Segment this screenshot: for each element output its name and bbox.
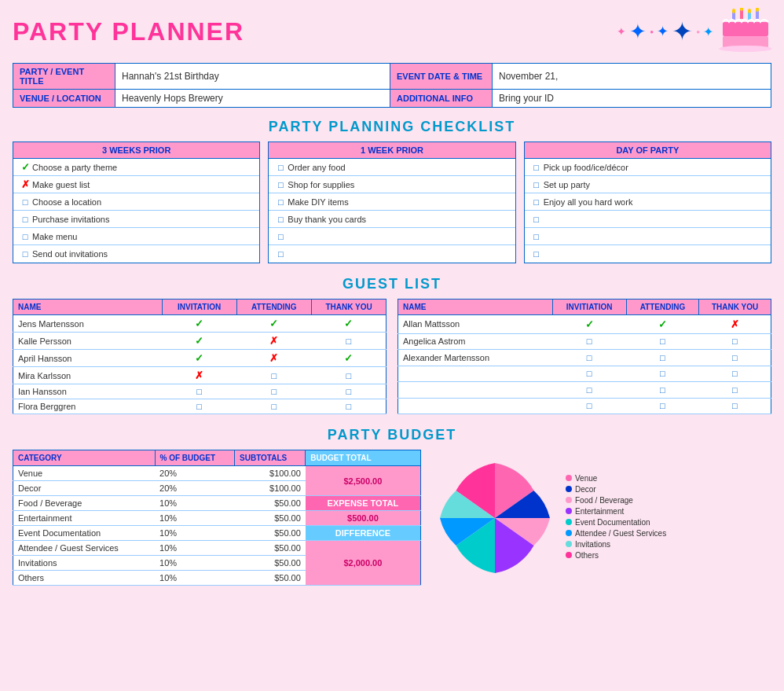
list-item: □ Pick up food/ice/décor: [525, 159, 771, 176]
budget-percent: 10%: [155, 556, 235, 571]
thankyou-cell: □: [312, 367, 387, 384]
list-item: □: [525, 245, 771, 263]
checklist-item-text: Choose a location: [32, 197, 101, 207]
check-red-icon: ✗: [195, 369, 203, 381]
checkbox-icon: □: [271, 402, 277, 411]
checkbox-icon: □: [346, 336, 351, 346]
dot-icon: ●: [650, 28, 654, 35]
checkbox-icon: □: [660, 401, 665, 410]
check-green-icon: ✓: [585, 318, 594, 330]
guest-name: [398, 366, 553, 381]
checkbox-icon: □: [660, 353, 665, 362]
thankyou-cell: □: [312, 399, 387, 414]
guest-name: [398, 398, 553, 414]
checkbox-icon: □: [529, 232, 544, 241]
invitation-cell: □: [162, 384, 236, 399]
budget-category: Attendee / Guest Services: [13, 541, 156, 556]
list-item: □ Enjoy all you hard work: [525, 193, 771, 211]
venue-label: VENUE / LOCATION: [13, 90, 115, 108]
attending-cell: ✗: [236, 350, 312, 367]
legend-item: Event Documentation: [566, 518, 666, 527]
additional-info-label: ADDITIONAL INFO: [390, 90, 493, 108]
budget-category: Food / Beverage: [13, 496, 156, 511]
budget-header-row: CATEGORY % OF BUDGET SUBTOTALS BUDGET TO…: [13, 450, 421, 466]
chart-legend: Venue Decor Food / Beverage Entertainmen…: [566, 474, 666, 562]
checklist-item-text: Set up party: [544, 180, 590, 189]
budget-subtotal: $100.00: [235, 481, 306, 496]
budget-category: Invitations: [13, 556, 156, 571]
checkbox-icon: □: [273, 197, 288, 207]
thankyou-cell: ✗: [699, 315, 771, 334]
checklist-item-text: Purchase invitations: [32, 215, 109, 224]
legend-item: Invitations: [566, 540, 666, 549]
budget-percent: 20%: [155, 466, 235, 481]
checklist-col3-header: DAY OF PARTY: [525, 142, 771, 159]
attending-cell: □: [626, 333, 699, 349]
checkbox-icon: □: [529, 197, 544, 207]
checkbox-icon: □: [273, 163, 288, 172]
budget-col-subtotals: SUBTOTALS: [235, 450, 306, 466]
attending-cell: ✗: [236, 333, 312, 350]
check-green-icon: ✓: [344, 352, 353, 364]
expense-total-value: $500.00: [306, 511, 421, 526]
budget-category: Venue: [13, 466, 156, 481]
checklist-item-text: Make menu: [32, 232, 77, 241]
checkbox-icon: □: [273, 249, 288, 259]
checklist-container: 3 WEEKS PRIOR ✓ Choose a party theme ✗ M…: [13, 142, 771, 263]
checkbox-icon: □: [587, 401, 592, 410]
checkbox-icon: □: [587, 385, 592, 395]
checkbox-icon: □: [196, 387, 202, 396]
event-info-row1: PARTY / EVENT TITLE Hannah's 21st Birthd…: [13, 64, 771, 90]
thankyou-cell: □: [699, 366, 771, 381]
attending-cell: □: [626, 350, 699, 366]
venue-value: Heavenly Hops Brewery: [115, 90, 390, 108]
guest-name: Allan Mattsson: [398, 315, 553, 334]
budget-subtotal: $50.00: [235, 511, 306, 526]
checkbox-icon: □: [732, 353, 738, 362]
legend-color-entertainment: [566, 508, 572, 514]
list-item: □ Order any food: [269, 159, 515, 176]
table-row: □ □ □: [398, 366, 771, 381]
checkbox-icon: □: [660, 385, 665, 395]
guest-name: [398, 382, 553, 398]
check-green-icon: ✓: [658, 318, 667, 330]
legend-item: Venue: [566, 474, 666, 483]
attending-cell: □: [236, 384, 312, 399]
svg-point-6: [748, 9, 751, 13]
guest-table-left: NAME INVITATION ATTENDING THANK YOU Jens…: [13, 299, 387, 414]
guest-name: Angelica Astrom: [398, 333, 553, 349]
checkbox-icon: □: [18, 249, 32, 259]
checklist-item-text: Make DIY items: [288, 197, 348, 207]
budget-total-value: $2,500.00: [306, 466, 421, 496]
thankyou-cell: □: [699, 350, 771, 366]
legend-color-food: [566, 497, 572, 503]
checkbox-icon: □: [732, 369, 738, 378]
table-row: Angelica Astrom □ □ □: [398, 333, 771, 349]
checklist-item-text: Choose a party theme: [32, 163, 117, 172]
list-item: □ Make menu: [13, 228, 259, 245]
check-red-icon: ✗: [269, 352, 278, 364]
checklist-section-title: PARTY PLANNING CHECKLIST: [13, 119, 771, 135]
party-title-label: PARTY / EVENT TITLE: [13, 64, 115, 90]
app-title: PARTY PLANNER: [13, 17, 244, 46]
legend-color-eventdoc: [566, 519, 572, 525]
difference-label: DIFFERENCE: [306, 526, 421, 541]
list-item: □ Send out invitations: [13, 245, 259, 263]
checkbox-icon: □: [587, 336, 592, 346]
guest-list-container: NAME INVITATION ATTENDING THANK YOU Jens…: [13, 299, 771, 414]
thankyou-cell: □: [699, 382, 771, 398]
attending-cell: □: [626, 366, 699, 381]
invitation-cell: ✓: [552, 315, 626, 334]
list-item: ✓ Choose a party theme: [13, 159, 259, 176]
invitation-cell: ✓: [162, 333, 236, 350]
budget-subtotal: $50.00: [235, 526, 306, 541]
checkbox-icon: □: [660, 336, 665, 346]
budget-subtotal: $50.00: [235, 556, 306, 571]
chart-section: Venue Decor Food / Beverage Entertainmen…: [432, 450, 771, 586]
budget-subtotal: $50.00: [235, 496, 306, 511]
invitation-cell: □: [552, 350, 626, 366]
table-row: Attendee / Guest Services 10% $50.00 $2,…: [13, 541, 421, 556]
thankyou-cell: □: [699, 398, 771, 414]
event-info-row2: VENUE / LOCATION Heavenly Hops Brewery A…: [13, 90, 771, 108]
legend-color-invitations: [566, 541, 572, 547]
